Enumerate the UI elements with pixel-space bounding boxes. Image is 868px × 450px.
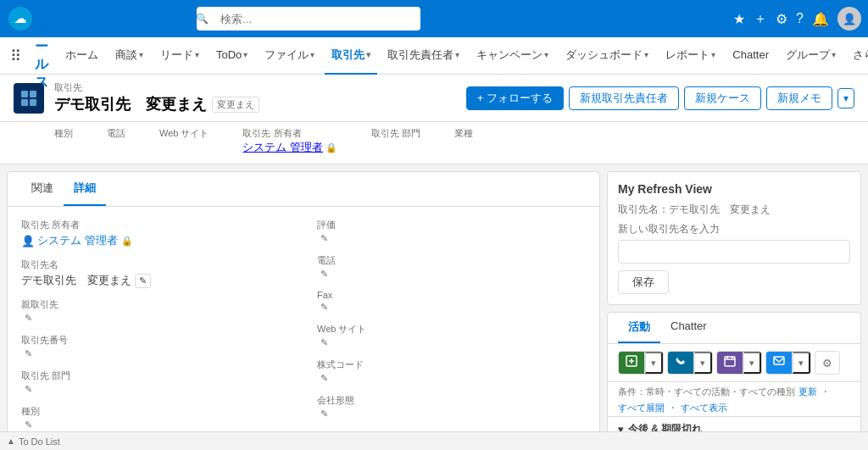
new-note-button[interactable]: 新規メモ: [766, 86, 832, 110]
new-task-dropdown-button[interactable]: ▾: [645, 352, 663, 374]
left-panel: 関連 詳細 取引先 所有者 👤 システム 管理者 🔒 取引先名: [7, 171, 600, 435]
field-parent-account: 親取引先 ✎: [8, 293, 303, 329]
chevron-down-icon: ▾: [644, 50, 648, 59]
nav-item-todo[interactable]: ToDo ▾: [209, 37, 254, 75]
svg-rect-2: [21, 91, 28, 97]
edit-type-icon[interactable]: ✎: [25, 419, 32, 431]
activity-panel: 活動 Chatter ▾ ▾: [607, 312, 861, 435]
refresh-view-card: My Refresh View 取引先名：デモ取引先 変更まえ 新しい取引先名を…: [607, 171, 861, 305]
favorites-icon[interactable]: ★: [733, 11, 745, 27]
nav-item-dashboards[interactable]: ダッシュボード ▾: [559, 37, 655, 75]
owner-lock-icon: 🔒: [121, 236, 133, 247]
nav-item-deals[interactable]: 商談 ▾: [108, 37, 150, 75]
svg-text:☁: ☁: [14, 12, 26, 25]
send-email-button[interactable]: [766, 352, 793, 374]
event-btn-group: ▾: [716, 351, 762, 375]
meta-field-phone: 電話: [107, 127, 125, 155]
follow-button[interactable]: + フォローする: [466, 86, 564, 110]
detail-col-right: 評価 ✎ 電話 ✎ Fax: [303, 214, 599, 434]
bottom-bar[interactable]: ▲ To Do List: [0, 431, 868, 450]
refresh-view-account-name: 取引先名：デモ取引先 変更まえ: [618, 203, 850, 217]
account-owner-link[interactable]: 👤 システム 管理者: [21, 233, 118, 248]
svg-rect-9: [725, 357, 735, 366]
edit-ticker-icon[interactable]: ✎: [320, 373, 328, 384]
activity-filter: 条件：常時・すべての活動・すべての種別 更新・ すべて展開・ すべて表示: [608, 382, 860, 417]
record-title-area: 取引先 デモ取引先 変更まえ 変更まえ: [54, 81, 456, 114]
edit-phone-icon[interactable]: ✎: [320, 269, 328, 280]
nav-item-leads[interactable]: リード ▾: [153, 37, 206, 75]
tab-chatter[interactable]: Chatter: [660, 313, 717, 343]
new-event-button[interactable]: [717, 352, 743, 374]
meta-field-owner: 取引先 所有者 システム 管理者 🔒: [242, 127, 337, 155]
new-task-button[interactable]: [619, 352, 645, 374]
edit-account-name-button[interactable]: ✎: [135, 274, 151, 288]
svg-rect-4: [21, 99, 28, 106]
field-fax: Fax ✎: [303, 285, 599, 318]
edit-dept-icon[interactable]: ✎: [25, 384, 32, 395]
edit-website-icon[interactable]: ✎: [320, 337, 328, 348]
refresh-view-input-label: 新しい取引先名を入力: [618, 222, 850, 236]
activity-settings-button[interactable]: ⚙: [815, 351, 840, 375]
notifications-icon[interactable]: 🔔: [812, 11, 829, 27]
help-icon[interactable]: ?: [796, 11, 804, 26]
meta-label-phone: 電話: [107, 127, 125, 140]
setup-icon[interactable]: ⚙: [776, 11, 787, 27]
meta-label-industry: 業種: [454, 127, 473, 140]
avatar[interactable]: 👤: [837, 7, 861, 31]
expand-all-link[interactable]: すべて展開: [618, 402, 665, 414]
nav-item-groups[interactable]: グループ ▾: [779, 37, 843, 75]
owner-link[interactable]: システム 管理者: [242, 140, 323, 155]
search-input[interactable]: [197, 7, 420, 31]
nav-item-campaigns[interactable]: キャンペーン ▾: [470, 37, 555, 75]
nav-item-accounts[interactable]: 取引先 ▾: [325, 37, 377, 75]
right-panel: My Refresh View 取引先名：デモ取引先 変更まえ 新しい取引先名を…: [607, 171, 861, 435]
svg-rect-5: [30, 99, 36, 106]
field-account-owner: 取引先 所有者 👤 システム 管理者 🔒: [8, 214, 303, 253]
field-ticker: 株式コード ✎: [303, 353, 599, 389]
view-all-link[interactable]: すべて表示: [681, 402, 727, 414]
meta-label-owner: 取引先 所有者: [242, 127, 337, 140]
grid-icon[interactable]: ⠿: [7, 43, 25, 69]
detail-grid: 取引先 所有者 👤 システム 管理者 🔒 取引先名 デモ取引先 変更まえ ✎: [8, 207, 599, 434]
meta-field-industry: 業種: [454, 127, 473, 155]
field-account-number: 取引先番号 ✎: [8, 329, 303, 364]
top-nav: ☁ 🔍 ★ ＋ ⚙ ? 🔔 👤: [0, 0, 868, 37]
log-call-button[interactable]: [668, 352, 694, 374]
update-filter-link[interactable]: 更新: [798, 386, 817, 398]
app-nav: ⠿ セールス ホーム 商談 ▾ リード ▾ ToDo ▾ ファイル ▾ 取引先 …: [0, 37, 868, 75]
nav-item-files[interactable]: ファイル ▾: [258, 37, 321, 75]
field-account-dept: 取引先 部門 ✎: [8, 364, 303, 400]
nav-item-contacts[interactable]: 取引先責任者 ▾: [381, 37, 466, 75]
meta-field-dept: 取引先 部門: [371, 127, 420, 155]
field-account-name: 取引先名 デモ取引先 変更まえ ✎: [8, 253, 303, 293]
plus-icon[interactable]: ＋: [754, 10, 767, 28]
nav-item-reports[interactable]: レポート ▾: [659, 37, 722, 75]
edit-rating-icon[interactable]: ✎: [320, 233, 328, 244]
nav-item-home[interactable]: ホーム: [58, 37, 105, 75]
edit-parent-icon[interactable]: ✎: [25, 313, 32, 324]
event-dropdown-button[interactable]: ▾: [743, 352, 761, 374]
call-dropdown-button[interactable]: ▾: [694, 352, 712, 374]
new-account-name-input[interactable]: [618, 240, 850, 264]
chevron-down-icon: ▾: [544, 50, 548, 59]
call-btn-group: ▾: [667, 351, 713, 375]
actions-dropdown-button[interactable]: ▾: [837, 88, 854, 108]
save-button[interactable]: 保存: [618, 270, 669, 294]
tab-activity[interactable]: 活動: [618, 313, 660, 343]
new-case-button[interactable]: 新規ケース: [684, 86, 761, 110]
tab-bar: 関連 詳細: [8, 172, 599, 207]
new-contact-button[interactable]: 新規取引先責任者: [569, 86, 679, 110]
svg-rect-3: [30, 91, 36, 97]
edit-fax-icon[interactable]: ✎: [320, 302, 328, 313]
edit-number-icon[interactable]: ✎: [25, 348, 32, 359]
email-dropdown-button[interactable]: ▾: [793, 352, 810, 374]
meta-value-owner[interactable]: システム 管理者 🔒: [242, 140, 337, 155]
chevron-down-icon: ▾: [195, 50, 199, 59]
lock-icon: 🔒: [326, 142, 337, 153]
chevron-down-icon: ▾: [832, 50, 836, 59]
edit-ownership-icon[interactable]: ✎: [320, 408, 328, 419]
tab-detail[interactable]: 詳細: [64, 172, 106, 206]
nav-item-more[interactable]: さらに表示 ▾: [846, 37, 868, 75]
tab-related[interactable]: 関連: [21, 172, 64, 206]
nav-item-chatter[interactable]: Chatter: [726, 37, 776, 75]
